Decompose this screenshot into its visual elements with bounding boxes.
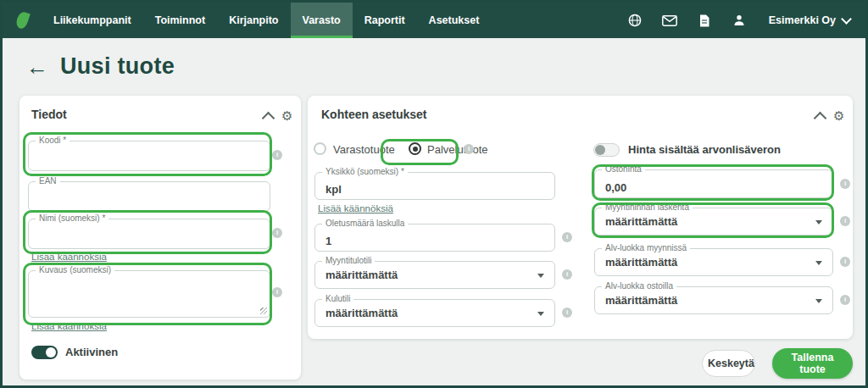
app-logo[interactable] bbox=[3, 3, 42, 38]
add-translations-link[interactable]: Lisää käännöksiä bbox=[31, 321, 107, 331]
mail-icon[interactable] bbox=[659, 10, 680, 30]
oletusmaara-input[interactable] bbox=[315, 224, 554, 251]
aktiivinen-toggle[interactable] bbox=[31, 346, 58, 359]
navbar-actions: Esimerkki Oy bbox=[625, 3, 865, 38]
nav-item-asetukset[interactable]: Asetukset bbox=[417, 3, 492, 38]
nav-item-raportit[interactable]: Raportit bbox=[353, 3, 417, 38]
info-icon[interactable]: i bbox=[272, 228, 282, 238]
resize-grip-icon[interactable] bbox=[260, 308, 267, 314]
gear-icon[interactable]: ⚙ bbox=[833, 109, 844, 122]
ostohinta-field[interactable]: Ostohinta bbox=[594, 169, 833, 198]
top-navbar: Liikekumppanit Toiminnot Kirjanpito Vara… bbox=[3, 3, 865, 38]
alv-luokka-ostoilla-select[interactable]: Alv-luokka ostoilla määrittämättä bbox=[594, 286, 833, 314]
collapse-chevron-icon[interactable] bbox=[814, 112, 827, 125]
aktiivinen-label: Aktiivinen bbox=[65, 346, 118, 358]
document-icon[interactable] bbox=[694, 10, 715, 30]
nimi-field[interactable]: Nimi (suomeksi) * bbox=[28, 219, 270, 249]
page-title: Uusi tuote bbox=[60, 53, 175, 80]
ostohinta-label: Ostohinta bbox=[602, 164, 645, 174]
kohteen-asetukset-panel: Kohteen asetukset ⚙ Varastotuote Palvelu… bbox=[308, 96, 853, 339]
dropdown-arrow-icon bbox=[815, 261, 822, 265]
kulutili-select[interactable]: Kulutili määrittämättä bbox=[314, 299, 555, 327]
myyntihinnan-laskenta-select[interactable]: Myyntihinnan laskenta määrittämättä bbox=[594, 208, 833, 236]
alv-luokka-ostoilla-value: määrittämättä bbox=[605, 294, 677, 307]
alv-luokka-myynnissa-select[interactable]: Alv-luokka myynnissä määrittämättä bbox=[594, 248, 833, 276]
user-icon[interactable] bbox=[729, 10, 749, 30]
info-icon[interactable]: i bbox=[272, 287, 282, 297]
vat-included-toggle[interactable] bbox=[593, 143, 620, 157]
ean-label: EAN bbox=[36, 176, 60, 186]
myyntihinnan-laskenta-label: Myyntihinnan laskenta bbox=[602, 202, 693, 212]
nimi-label: Nimi (suomeksi) * bbox=[36, 213, 108, 223]
save-product-button[interactable]: Tallenna tuote bbox=[772, 348, 853, 379]
myyntitulotili-value: määrittämättä bbox=[326, 269, 398, 281]
info-icon[interactable]: i bbox=[840, 216, 850, 226]
dropdown-arrow-icon bbox=[815, 299, 822, 303]
toggle-knob bbox=[595, 145, 605, 155]
info-icon[interactable]: i bbox=[272, 150, 282, 160]
koodi-field[interactable]: Koodi * bbox=[28, 141, 270, 171]
nimi-input[interactable] bbox=[29, 219, 270, 248]
back-arrow-icon[interactable]: ← bbox=[26, 56, 48, 78]
info-icon[interactable]: i bbox=[562, 232, 572, 242]
myyntitulotili-select[interactable]: Myyntitulotili määrittämättä bbox=[314, 261, 555, 289]
chevron-down-icon bbox=[841, 14, 852, 25]
info-icon[interactable]: i bbox=[840, 295, 850, 305]
alv-luokka-myynnissa-value: määrittämättä bbox=[605, 256, 677, 269]
kuvaus-textarea[interactable] bbox=[29, 271, 270, 317]
page-header: ← Uusi tuote bbox=[26, 53, 175, 80]
info-icon[interactable]: i bbox=[840, 257, 850, 267]
cancel-button[interactable]: Keskeytä bbox=[702, 350, 755, 377]
dropdown-arrow-icon bbox=[537, 274, 544, 278]
oletusmaara-field[interactable]: Oletusmäärä laskulla bbox=[314, 224, 555, 252]
collapse-chevron-icon[interactable] bbox=[262, 112, 275, 125]
globe-icon[interactable] bbox=[625, 10, 645, 30]
varastotuote-label[interactable]: Varastotuote bbox=[333, 143, 395, 156]
kuvaus-label: Kuvaus (suomeksi) bbox=[36, 265, 114, 274]
vat-included-label: Hinta sisältää arvonlisäveron bbox=[628, 143, 781, 156]
alv-luokka-myynnissa-label: Alv-luokka myynnissä bbox=[602, 243, 690, 252]
kohteen-asetukset-title: Kohteen asetukset bbox=[321, 108, 426, 121]
app-window: Liikekumppanit Toiminnot Kirjanpito Vara… bbox=[0, 0, 868, 388]
company-menu[interactable]: Esimerkki Oy bbox=[769, 14, 850, 26]
nav-item-kirjanpito[interactable]: Kirjanpito bbox=[217, 3, 290, 38]
info-icon[interactable]: i bbox=[562, 308, 572, 318]
yksikko-field[interactable]: Yksikkö (suomeksi) * bbox=[314, 172, 555, 200]
koodi-input[interactable] bbox=[29, 141, 270, 170]
oletusmaara-label: Oletusmäärä laskulla bbox=[322, 219, 408, 228]
tiedot-panel-title: Tiedot bbox=[31, 108, 67, 121]
yksikko-label: Yksikkö (suomeksi) * bbox=[322, 167, 408, 176]
add-translations-link[interactable]: Lisää käännöksiä bbox=[318, 203, 393, 213]
nav-item-toiminnot[interactable]: Toiminnot bbox=[143, 3, 217, 38]
gear-icon[interactable]: ⚙ bbox=[281, 109, 292, 122]
dropdown-arrow-icon bbox=[815, 220, 822, 224]
info-icon[interactable]: i bbox=[464, 144, 474, 154]
ostohinta-input[interactable] bbox=[595, 170, 832, 197]
tiedot-panel: Tiedot ⚙ Koodi * i EAN Nimi (suomeksi) *… bbox=[19, 96, 301, 380]
alv-luokka-ostoilla-label: Alv-luokka ostoilla bbox=[602, 281, 676, 291]
koodi-label: Koodi * bbox=[36, 136, 70, 145]
add-translations-link[interactable]: Lisää käännöksiä bbox=[31, 252, 107, 262]
company-name: Esimerkki Oy bbox=[769, 14, 836, 26]
nav-item-liikekumppanit[interactable]: Liikekumppanit bbox=[42, 3, 143, 38]
nav-item-varasto[interactable]: Varasto bbox=[291, 3, 353, 38]
info-icon[interactable]: i bbox=[562, 269, 572, 280]
palvelutuote-radio[interactable] bbox=[409, 142, 421, 155]
varastotuote-radio[interactable] bbox=[314, 142, 326, 155]
palvelutuote-label[interactable]: Palvelutuote bbox=[427, 143, 488, 156]
toggle-knob bbox=[46, 347, 56, 358]
leaf-logo-icon bbox=[14, 10, 31, 30]
myyntitulotili-label: Myyntitulotili bbox=[322, 256, 375, 265]
yksikko-input[interactable] bbox=[315, 173, 554, 199]
kulutili-label: Kulutili bbox=[322, 294, 353, 303]
dropdown-arrow-icon bbox=[537, 312, 544, 316]
myyntihinnan-laskenta-value: määrittämättä bbox=[605, 215, 677, 228]
info-icon[interactable]: i bbox=[840, 179, 850, 189]
kulutili-value: määrittämättä bbox=[326, 307, 398, 319]
ean-field[interactable]: EAN bbox=[28, 181, 270, 212]
kuvaus-field[interactable]: Kuvaus (suomeksi) bbox=[28, 270, 270, 318]
ean-input[interactable] bbox=[29, 182, 270, 211]
